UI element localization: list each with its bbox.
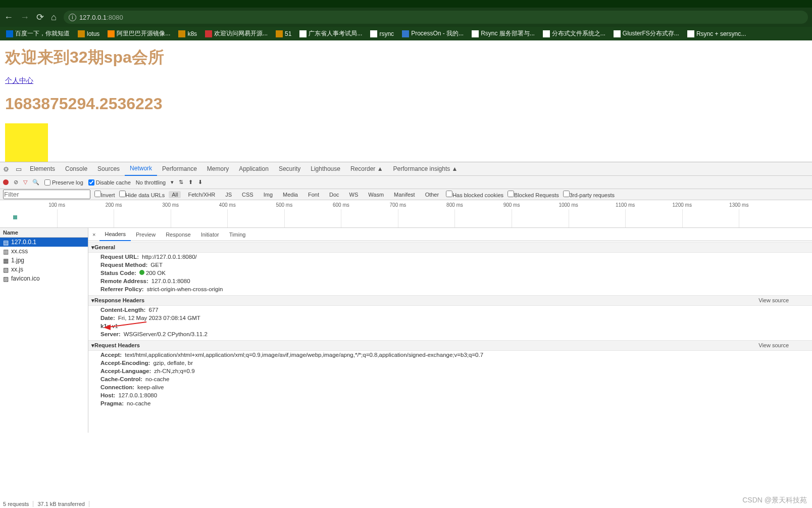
- home-button[interactable]: ⌂: [51, 12, 57, 23]
- record-button[interactable]: [3, 179, 9, 185]
- view-source-link[interactable]: View source: [758, 297, 789, 304]
- tab-headers[interactable]: Headers: [99, 228, 131, 241]
- type-js[interactable]: JS: [222, 191, 235, 198]
- tab-recorder[interactable]: Recorder ▲: [345, 162, 388, 176]
- bookmark-item[interactable]: 广东省人事考试局...: [297, 28, 364, 39]
- css-icon: ▥: [3, 248, 9, 254]
- blocked-requests-checkbox[interactable]: Blocked Requests: [508, 191, 559, 198]
- tab-elements[interactable]: Elements: [25, 162, 60, 176]
- section-header-response[interactable]: ▾ Response HeadersView source: [88, 295, 812, 306]
- svg-line-0: [109, 322, 146, 327]
- tab-console[interactable]: Console: [60, 162, 92, 176]
- timestamp-heading: 1683875294.2536223: [5, 95, 807, 113]
- section-header-general[interactable]: ▾ General: [88, 242, 812, 253]
- column-header-name[interactable]: Name: [0, 228, 88, 238]
- folder-icon: [178, 30, 185, 37]
- close-detail-button[interactable]: ×: [88, 232, 99, 238]
- info-icon[interactable]: i: [69, 14, 76, 21]
- address-bar[interactable]: i 127.0.0.1:8080: [64, 11, 808, 24]
- type-all[interactable]: All: [169, 191, 181, 198]
- type-font[interactable]: Font: [305, 191, 322, 198]
- tab-preview[interactable]: Preview: [131, 228, 161, 241]
- section-header-request[interactable]: ▾ Request HeadersView source: [88, 340, 812, 351]
- clear-button[interactable]: ⊘: [14, 179, 18, 186]
- type-manifest[interactable]: Manifest: [391, 191, 418, 198]
- bookmark-item[interactable]: GlusterFS分布式存...: [612, 28, 681, 39]
- network-toolbar: ⊘ ▽ 🔍 Preserve log Disable cache No thro…: [0, 176, 812, 189]
- tab-initiator[interactable]: Initiator: [196, 228, 224, 241]
- favicon-icon: [472, 30, 479, 37]
- tab-perf-insights[interactable]: Performance insights ▲: [388, 162, 463, 176]
- bookmarks-bar: 百度一下，你就知道 lotus 阿里巴巴开源镜像... k8s 欢迎访问网易开源…: [0, 27, 812, 40]
- bookmark-item[interactable]: 51: [274, 29, 293, 38]
- favicon-icon: [108, 30, 115, 37]
- reload-button[interactable]: ⟳: [36, 12, 44, 23]
- bookmark-item[interactable]: rsync: [368, 29, 396, 38]
- disable-cache-checkbox[interactable]: Disable cache: [88, 179, 131, 186]
- type-ws[interactable]: WS: [346, 191, 362, 198]
- type-wasm[interactable]: Wasm: [365, 191, 387, 198]
- devtools-tabs: ⯐ ▭ Elements Console Sources Network Per…: [0, 162, 812, 176]
- preserve-log-checkbox[interactable]: Preserve log: [44, 179, 83, 186]
- request-row[interactable]: ▦1.jpg: [0, 256, 88, 265]
- type-img[interactable]: Img: [261, 191, 276, 198]
- invert-checkbox[interactable]: Invert: [94, 191, 115, 198]
- status-bar: 5 requests 37.1 kB transferred: [3, 501, 89, 507]
- tab-security[interactable]: Security: [274, 162, 306, 176]
- tab-performance[interactable]: Performance: [157, 162, 202, 176]
- bookmark-item[interactable]: lotus: [76, 29, 102, 38]
- bookmark-item[interactable]: ProcessOn - 我的...: [400, 28, 466, 39]
- request-row[interactable]: ▥xx.css: [0, 247, 88, 256]
- status-dot-icon: [139, 270, 144, 275]
- tab-timing[interactable]: Timing: [224, 228, 251, 241]
- inspect-icon[interactable]: ⯐: [0, 165, 13, 173]
- third-party-checkbox[interactable]: 3rd-party requests: [563, 191, 615, 198]
- tab-sources[interactable]: Sources: [92, 162, 125, 176]
- request-row[interactable]: ▨favicon.ico: [0, 274, 88, 283]
- back-button[interactable]: ←: [4, 12, 13, 23]
- page-title: 欢迎来到32期spa会所: [5, 47, 807, 69]
- type-other[interactable]: Other: [422, 191, 442, 198]
- view-source-link[interactable]: View source: [758, 342, 789, 349]
- devtools-panel: ⯐ ▭ Elements Console Sources Network Per…: [0, 162, 812, 433]
- bookmark-item[interactable]: 欢迎访问网易开源...: [203, 28, 270, 39]
- tab-response[interactable]: Response: [161, 228, 196, 241]
- type-fetch[interactable]: Fetch/XHR: [185, 191, 218, 198]
- tab-lighthouse[interactable]: Lighthouse: [306, 162, 345, 176]
- bookmark-item[interactable]: Rsync + sersync...: [685, 29, 748, 38]
- tab-application[interactable]: Application: [234, 162, 274, 176]
- bookmark-item[interactable]: 百度一下，你就知道: [4, 28, 72, 39]
- tab-memory[interactable]: Memory: [202, 162, 234, 176]
- search-icon[interactable]: 🔍: [32, 179, 39, 186]
- tab-network[interactable]: Network: [125, 162, 157, 176]
- favicon-icon: [299, 30, 307, 37]
- hide-data-urls-checkbox[interactable]: Hide data URLs: [119, 191, 165, 198]
- device-icon[interactable]: ▭: [13, 165, 25, 173]
- tab-strip: [0, 0, 812, 8]
- request-row[interactable]: ▤127.0.0.1: [0, 238, 88, 247]
- bookmark-item[interactable]: 阿里巴巴开源镜像...: [106, 28, 172, 39]
- url-host: 127.0.0.1: [79, 14, 107, 21]
- doc-icon: ▤: [3, 239, 9, 245]
- request-row[interactable]: ▧xx.js: [0, 265, 88, 274]
- type-doc[interactable]: Doc: [326, 191, 342, 198]
- type-media[interactable]: Media: [280, 191, 301, 198]
- throttling-select[interactable]: No throttling: [136, 179, 166, 186]
- bookmark-item[interactable]: 分布式文件系统之...: [541, 28, 607, 39]
- timeline[interactable]: 100 ms 200 ms 300 ms 400 ms 500 ms 600 m…: [0, 200, 812, 228]
- has-blocked-cookies-checkbox[interactable]: Has blocked cookies: [446, 191, 503, 198]
- wifi-icon[interactable]: ⇅: [179, 179, 183, 186]
- browser-toolbar: ← → ⟳ ⌂ i 127.0.0.1:8080: [0, 8, 812, 27]
- forward-button[interactable]: →: [20, 12, 29, 23]
- download-icon[interactable]: ⬇: [198, 179, 202, 186]
- folder-icon: [78, 30, 85, 37]
- upload-icon[interactable]: ⬆: [188, 179, 193, 186]
- page-content: 欢迎来到32期spa会所 个人中心 1683875294.2536223: [0, 40, 812, 162]
- bookmark-item[interactable]: k8s: [176, 29, 199, 38]
- timeline-bar: [13, 215, 17, 219]
- filter-icon[interactable]: ▽: [23, 179, 27, 186]
- filter-input[interactable]: [3, 190, 90, 199]
- type-css[interactable]: CSS: [239, 191, 257, 198]
- bookmark-item[interactable]: Rsync 服务部署与...: [470, 28, 537, 39]
- personal-center-link[interactable]: 个人中心: [5, 76, 33, 84]
